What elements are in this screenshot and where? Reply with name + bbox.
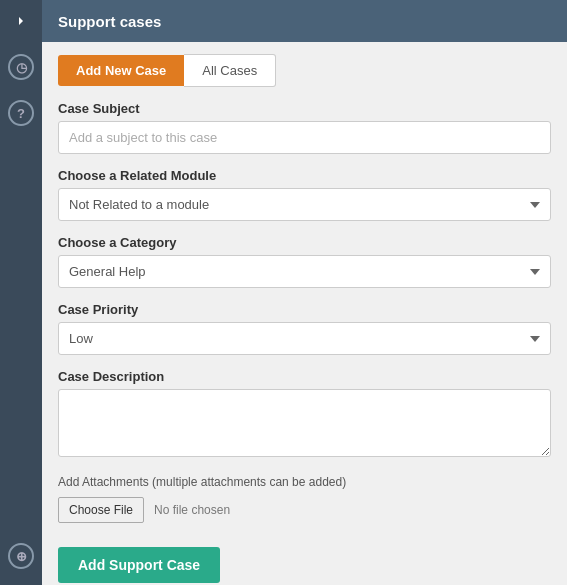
related-module-label: Choose a Related Module: [58, 168, 551, 183]
description-textarea[interactable]: [58, 389, 551, 457]
globe-nav-icon[interactable]: ⊕: [0, 535, 42, 577]
clock-circle: ◷: [8, 54, 34, 80]
no-file-text: No file chosen: [154, 503, 230, 517]
sidebar-toggle[interactable]: [0, 0, 42, 42]
related-module-select[interactable]: Not Related to a module Accounts Contact…: [58, 188, 551, 221]
category-group: Choose a Category General Help Technical…: [58, 235, 551, 288]
main-panel: Support cases Add New Case All Cases Cas…: [42, 0, 567, 585]
case-subject-input[interactable]: [58, 121, 551, 154]
related-module-group: Choose a Related Module Not Related to a…: [58, 168, 551, 221]
add-support-case-button[interactable]: Add Support Case: [58, 547, 220, 583]
content-area: Add New Case All Cases Case Subject Choo…: [42, 42, 567, 585]
category-label: Choose a Category: [58, 235, 551, 250]
description-group: Case Description: [58, 369, 551, 461]
case-subject-label: Case Subject: [58, 101, 551, 116]
priority-label: Case Priority: [58, 302, 551, 317]
clock-nav-icon[interactable]: ◷: [0, 46, 42, 88]
priority-group: Case Priority Low Medium High Critical: [58, 302, 551, 355]
sidebar: ◷ ? ⊕: [0, 0, 42, 585]
attachments-label: Add Attachments (multiple attachments ca…: [58, 475, 551, 489]
category-select[interactable]: General Help Technical Issue Billing Fea…: [58, 255, 551, 288]
page-title: Support cases: [58, 13, 161, 30]
add-new-case-tab[interactable]: Add New Case: [58, 55, 184, 86]
attachments-group: Add Attachments (multiple attachments ca…: [58, 475, 551, 523]
priority-select[interactable]: Low Medium High Critical: [58, 322, 551, 355]
file-input-row: Choose File No file chosen: [58, 497, 551, 523]
choose-file-button[interactable]: Choose File: [58, 497, 144, 523]
help-circle: ?: [8, 100, 34, 126]
case-subject-group: Case Subject: [58, 101, 551, 154]
description-label: Case Description: [58, 369, 551, 384]
all-cases-tab[interactable]: All Cases: [184, 54, 276, 87]
help-nav-icon[interactable]: ?: [0, 92, 42, 134]
tab-bar: Add New Case All Cases: [58, 54, 551, 87]
globe-circle: ⊕: [8, 543, 34, 569]
page-header: Support cases: [42, 0, 567, 42]
